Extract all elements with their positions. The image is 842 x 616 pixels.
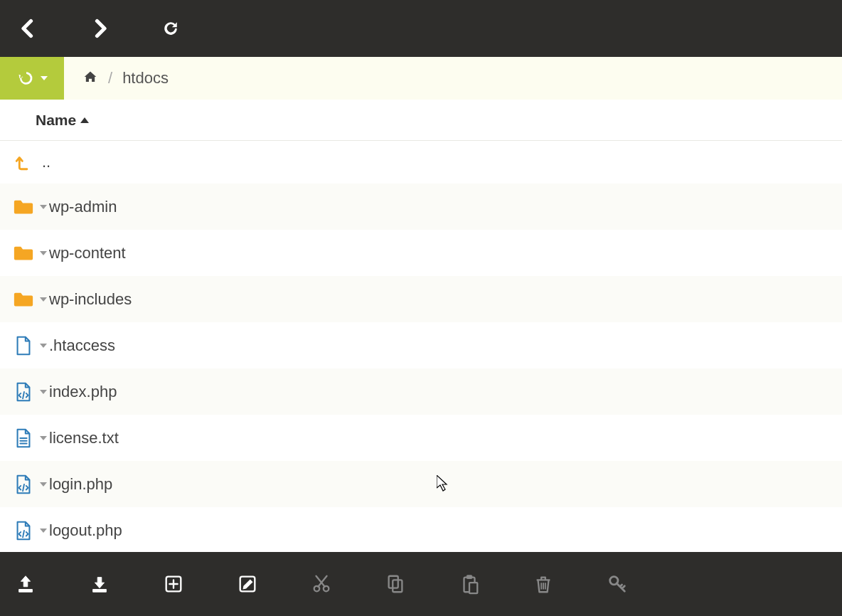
caret-down-icon — [40, 390, 47, 394]
file-row[interactable]: wp-includes — [0, 276, 842, 322]
row-dropdown-toggle[interactable] — [39, 344, 48, 348]
file-name: logout.php — [49, 521, 122, 540]
column-header-label: Name — [36, 112, 76, 129]
breadcrumb-separator: / — [108, 69, 112, 87]
history-icon — [16, 68, 36, 88]
forward-button[interactable] — [85, 14, 114, 43]
row-dropdown-toggle[interactable] — [39, 436, 48, 440]
caret-down-icon — [40, 436, 47, 440]
edit-icon — [237, 573, 258, 595]
file-name: license.txt — [49, 429, 119, 447]
row-dropdown-toggle[interactable] — [39, 390, 48, 394]
row-dropdown-toggle[interactable] — [39, 482, 48, 487]
history-dropdown-button[interactable] — [0, 57, 64, 100]
file-name: wp-admin — [49, 198, 117, 216]
refresh-icon — [161, 18, 181, 38]
copy-button[interactable] — [377, 565, 414, 602]
file-row[interactable]: login.php — [0, 461, 842, 507]
file-icon — [13, 334, 34, 358]
caret-down-icon — [40, 344, 47, 348]
caret-down-icon — [40, 529, 47, 533]
folder-icon — [11, 196, 36, 218]
file-code-icon — [13, 380, 34, 404]
file-row[interactable]: .htaccess — [0, 322, 842, 368]
download-button[interactable] — [81, 565, 118, 602]
plus-square-icon — [163, 573, 184, 595]
copy-icon — [385, 573, 406, 595]
edit-button[interactable] — [229, 565, 266, 602]
permissions-button[interactable] — [599, 565, 636, 602]
file-row[interactable]: license.txt — [0, 415, 842, 461]
cut-button[interactable] — [303, 565, 340, 602]
upload-button[interactable] — [7, 565, 44, 602]
parent-directory-label: .. — [42, 153, 50, 171]
column-header-name[interactable]: Name — [0, 100, 842, 141]
file-list: .. wp-admin wp-content wp-includes .htac… — [0, 141, 842, 552]
file-name: login.php — [49, 475, 112, 494]
caret-down-icon — [41, 76, 48, 80]
chevron-left-icon — [18, 18, 38, 38]
paste-icon — [459, 573, 480, 595]
caret-down-icon — [40, 251, 47, 255]
bottom-toolbar — [0, 552, 842, 616]
paste-button[interactable] — [451, 565, 488, 602]
file-row[interactable]: wp-content — [0, 230, 842, 276]
file-name: wp-content — [49, 244, 126, 262]
cut-icon — [311, 573, 332, 595]
chevron-right-icon — [90, 18, 110, 38]
level-up-icon — [14, 153, 33, 171]
file-name: .htaccess — [49, 336, 115, 355]
row-dropdown-toggle[interactable] — [39, 297, 48, 302]
row-dropdown-toggle[interactable] — [39, 251, 48, 255]
trash-icon — [533, 573, 554, 595]
sort-asc-icon — [80, 117, 89, 123]
file-code-icon — [13, 472, 34, 496]
caret-down-icon — [40, 205, 47, 209]
home-icon — [82, 69, 98, 85]
file-text-icon — [13, 426, 34, 450]
top-toolbar — [0, 0, 842, 57]
delete-button[interactable] — [525, 565, 562, 602]
key-icon — [607, 573, 628, 595]
folder-icon — [11, 243, 36, 264]
upload-icon — [15, 573, 36, 595]
breadcrumb-current[interactable]: htdocs — [122, 69, 169, 87]
file-row[interactable]: logout.php — [0, 507, 842, 552]
breadcrumb-home[interactable] — [82, 69, 98, 88]
caret-down-icon — [40, 297, 47, 302]
row-dropdown-toggle[interactable] — [39, 529, 48, 533]
caret-down-icon — [40, 482, 47, 487]
breadcrumb-bar: / htdocs — [0, 57, 842, 100]
file-name: wp-includes — [49, 290, 132, 309]
folder-icon — [11, 289, 36, 310]
file-name: index.php — [49, 383, 117, 401]
file-row[interactable]: wp-admin — [0, 184, 842, 230]
file-row[interactable]: index.php — [0, 368, 842, 415]
download-icon — [89, 573, 110, 595]
row-dropdown-toggle[interactable] — [39, 205, 48, 209]
file-code-icon — [13, 519, 34, 543]
parent-directory-row[interactable]: .. — [0, 141, 842, 184]
new-button[interactable] — [155, 565, 192, 602]
refresh-button[interactable] — [156, 14, 185, 43]
back-button[interactable] — [14, 14, 43, 43]
